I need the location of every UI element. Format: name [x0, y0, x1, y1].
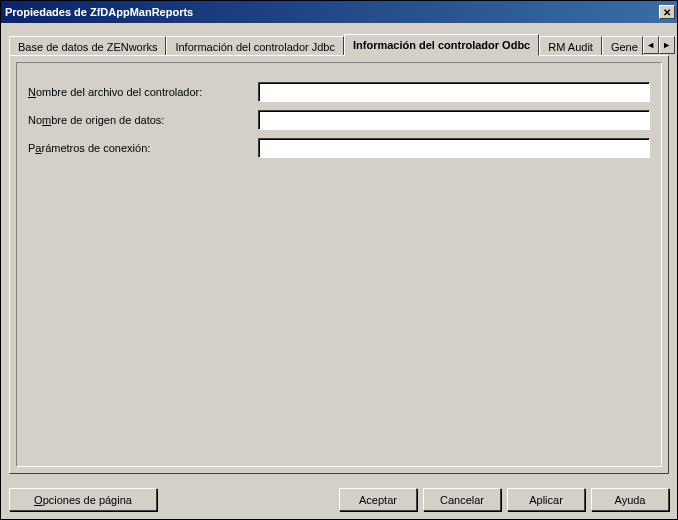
input-driver-file[interactable]	[258, 82, 650, 102]
row-data-source-name: Nombre de origen de datos:	[28, 110, 650, 130]
tab-label: Gene	[611, 41, 638, 53]
row-driver-file: Nombre del archivo del controlador:	[28, 82, 650, 102]
tab-label: Información del controlador Jdbc	[175, 41, 335, 53]
close-button[interactable]: ✕	[659, 5, 675, 19]
ok-button[interactable]: Aceptar	[339, 488, 417, 511]
cancel-button[interactable]: Cancelar	[423, 488, 501, 511]
content-area: Base de datos de ZENworks Información de…	[1, 23, 677, 482]
tab-label: Base de datos de ZENworks	[18, 41, 157, 53]
tab-label: RM Audit	[548, 41, 593, 53]
tabstrip: Base de datos de ZENworks Información de…	[9, 31, 669, 55]
tab-zenworks-db[interactable]: Base de datos de ZENworks	[9, 36, 166, 56]
button-spacer	[163, 488, 333, 511]
dialog-button-row: Opciones de página Aceptar Cancelar Apli…	[1, 482, 677, 519]
tab-panel-odbc: Nombre del archivo del controlador: Nomb…	[9, 55, 669, 474]
tab-label: Información del controlador Odbc	[353, 39, 530, 51]
chevron-right-icon: ►	[662, 40, 671, 50]
button-label: Aplicar	[529, 494, 563, 506]
window-title: Propiedades de ZfDAppManReports	[5, 6, 657, 18]
tab-odbc-info[interactable]: Información del controlador Odbc	[344, 34, 539, 56]
button-label: Aceptar	[359, 494, 397, 506]
tab-scroll-controls: ◄ ►	[643, 35, 675, 55]
tab-rm-audit[interactable]: RM Audit	[539, 36, 602, 56]
chevron-left-icon: ◄	[646, 40, 655, 50]
titlebar: Propiedades de ZfDAppManReports ✕	[1, 1, 677, 23]
input-connection-params[interactable]	[258, 138, 650, 158]
label-data-source-name: Nombre de origen de datos:	[28, 114, 258, 126]
help-button[interactable]: Ayuda	[591, 488, 669, 511]
label-connection-params: Parámetros de conexión:	[28, 142, 258, 154]
properties-window: Propiedades de ZfDAppManReports ✕ Base d…	[0, 0, 678, 520]
tab-scroll-right-button[interactable]: ►	[659, 36, 675, 54]
button-label: Ayuda	[615, 494, 646, 506]
apply-button[interactable]: Aplicar	[507, 488, 585, 511]
tab-jdbc-info[interactable]: Información del controlador Jdbc	[166, 36, 344, 56]
tab-scroll-left-button[interactable]: ◄	[643, 36, 659, 54]
close-icon: ✕	[663, 7, 671, 18]
label-driver-file: Nombre del archivo del controlador:	[28, 86, 258, 98]
button-label: Cancelar	[440, 494, 484, 506]
tab-general-truncated[interactable]: Gene	[602, 36, 643, 56]
page-options-button[interactable]: Opciones de página	[9, 488, 157, 511]
input-data-source-name[interactable]	[258, 110, 650, 130]
row-connection-params: Parámetros de conexión:	[28, 138, 650, 158]
